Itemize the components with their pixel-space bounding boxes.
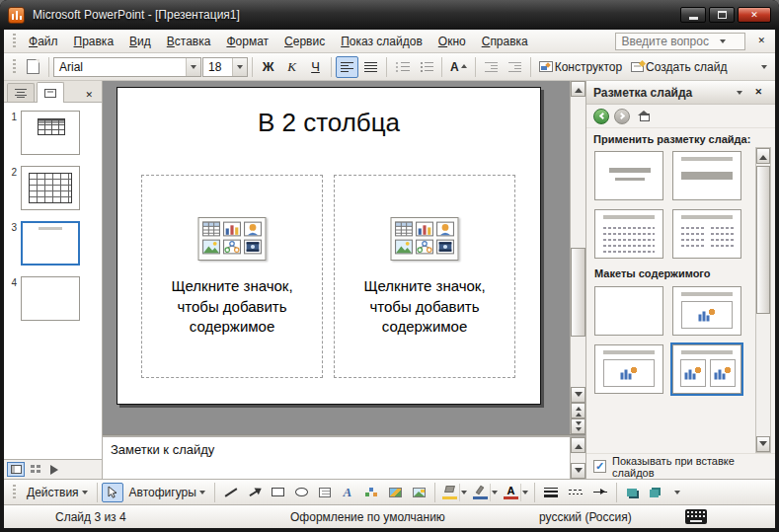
- next-slide-button[interactable]: [571, 418, 585, 434]
- back-button[interactable]: [593, 109, 609, 124]
- line-button[interactable]: [219, 483, 243, 502]
- slide-design-button[interactable]: Конструктор: [535, 56, 626, 78]
- insert-picture-button[interactable]: [408, 483, 430, 502]
- notes-placeholder[interactable]: Заметки к слайду: [103, 437, 570, 479]
- layout-content[interactable]: [672, 286, 741, 336]
- slides-panel-close-button[interactable]: ✕: [81, 89, 97, 102]
- insert-table-icon[interactable]: [202, 221, 221, 237]
- toolbar-options-button[interactable]: [757, 56, 771, 78]
- pane-scroll-up-button[interactable]: [756, 148, 770, 164]
- new-slide-button[interactable]: Создать слайд: [627, 56, 731, 78]
- slide-canvas[interactable]: В 2 столбца Щелкните зн: [103, 81, 585, 434]
- insert-media-icon[interactable]: [436, 239, 455, 255]
- fill-color-button[interactable]: [439, 483, 469, 502]
- notes-scrollbar[interactable]: [570, 437, 585, 479]
- scroll-thumb[interactable]: [571, 248, 585, 337]
- dash-style-button[interactable]: [564, 483, 587, 502]
- insert-chart-icon[interactable]: [223, 221, 242, 237]
- task-pane-close-button[interactable]: ✕: [750, 86, 766, 99]
- select-objects-button[interactable]: [102, 483, 123, 502]
- task-pane-scrollbar[interactable]: [755, 147, 771, 453]
- menu-tools[interactable]: Сервис: [276, 31, 333, 52]
- layout-title-content[interactable]: [594, 344, 663, 394]
- close-button[interactable]: ✕: [738, 7, 771, 23]
- menu-file[interactable]: Файл: [21, 31, 66, 52]
- new-presentation-button[interactable]: [22, 56, 44, 78]
- arrow-style-button[interactable]: [588, 483, 612, 502]
- bullet-list-button[interactable]: [415, 56, 437, 78]
- forward-button[interactable]: [614, 109, 630, 124]
- content-placeholder-left[interactable]: Щелкните значок, чтобы добавить содержим…: [141, 175, 323, 378]
- menubar-close-button[interactable]: ✕: [753, 35, 769, 47]
- notes-pane[interactable]: Заметки к слайду: [103, 437, 585, 479]
- align-left-button[interactable]: [336, 56, 358, 78]
- tab-outline[interactable]: [7, 83, 35, 102]
- font-size-dropdown[interactable]: [232, 58, 247, 76]
- insert-diagram-icon[interactable]: [416, 239, 434, 255]
- previous-slide-button[interactable]: [571, 403, 585, 418]
- insert-picture-icon[interactable]: [395, 239, 414, 255]
- layout-title-two-content-selected[interactable]: [672, 344, 741, 394]
- powerpoint-app-icon[interactable]: [8, 7, 25, 24]
- slide-thumbnail-row-3-selected[interactable]: 3: [6, 221, 98, 266]
- drawing-toolbar-options-button[interactable]: [670, 482, 684, 503]
- slide-thumbnail-3[interactable]: [21, 221, 80, 266]
- tab-slides[interactable]: [37, 82, 64, 103]
- oval-button[interactable]: [290, 483, 313, 502]
- fill-color-dropdown[interactable]: [459, 484, 468, 501]
- menu-format[interactable]: Формат: [218, 31, 276, 52]
- insert-clipart-icon[interactable]: [244, 221, 263, 237]
- font-name-dropdown[interactable]: [186, 58, 200, 76]
- bold-button[interactable]: Ж: [257, 56, 279, 78]
- font-size-combo[interactable]: 18: [202, 57, 248, 77]
- notes-scroll-up-button[interactable]: [571, 437, 585, 453]
- font-color-button[interactable]: А: [501, 483, 530, 502]
- layout-title-slide[interactable]: [594, 151, 663, 200]
- line-color-button[interactable]: [470, 483, 500, 502]
- layout-title-two-column-text[interactable]: [672, 209, 741, 259]
- minimize-button[interactable]: [680, 7, 706, 23]
- pane-scroll-thumb[interactable]: [756, 166, 770, 314]
- draw-actions-button[interactable]: Действия: [22, 483, 93, 502]
- layout-blank[interactable]: [594, 286, 663, 336]
- maximize-button[interactable]: [709, 7, 735, 23]
- normal-view-button[interactable]: [7, 462, 25, 477]
- menu-window[interactable]: Окно: [430, 31, 474, 52]
- task-pane-header[interactable]: Разметка слайда ✕: [586, 81, 775, 105]
- insert-diagram-button[interactable]: [359, 483, 383, 502]
- status-language[interactable]: русский (Россия): [539, 510, 685, 524]
- menu-view[interactable]: Вид: [121, 31, 159, 52]
- insert-table-icon[interactable]: [395, 221, 414, 237]
- increase-font-button[interactable]: А: [446, 56, 471, 78]
- task-pane-dropdown-icon[interactable]: [737, 91, 742, 98]
- toolbar-grip[interactable]: [13, 59, 16, 75]
- notes-scroll-down-button[interactable]: [571, 463, 585, 479]
- align-justify-button[interactable]: [359, 56, 382, 78]
- decrease-indent-button[interactable]: [480, 56, 503, 78]
- textbox-button[interactable]: [314, 483, 336, 502]
- slide-thumbnail-row-4[interactable]: 4: [6, 276, 98, 321]
- pane-scroll-track[interactable]: [756, 164, 770, 436]
- show-on-insert-checkbox[interactable]: ✓: [593, 460, 606, 473]
- insert-chart-icon[interactable]: [416, 221, 434, 237]
- increase-indent-button[interactable]: [504, 56, 526, 78]
- ask-question-box[interactable]: [615, 33, 745, 50]
- slide-vertical-scrollbar[interactable]: [570, 81, 585, 434]
- menu-help[interactable]: Справка: [474, 31, 536, 52]
- threed-style-button[interactable]: [644, 483, 665, 502]
- insert-picture-icon[interactable]: [202, 239, 221, 255]
- italic-button[interactable]: К: [280, 56, 303, 78]
- slide-sorter-view-button[interactable]: [27, 462, 44, 477]
- ask-question-input[interactable]: [621, 35, 720, 48]
- scroll-up-button[interactable]: [571, 81, 585, 97]
- keyboard-language-icon[interactable]: [685, 509, 707, 524]
- insert-diagram-icon[interactable]: [223, 239, 242, 255]
- shadow-style-button[interactable]: [621, 483, 643, 502]
- slide-thumbnail-4[interactable]: [21, 276, 80, 321]
- question-dropdown-icon[interactable]: [720, 39, 726, 46]
- font-name-combo[interactable]: Arial: [53, 57, 201, 77]
- line-color-dropdown[interactable]: [490, 484, 499, 501]
- arrow-button[interactable]: [244, 483, 266, 502]
- autoshapes-button[interactable]: Автофигуры: [124, 483, 210, 502]
- slide-thumbnail-2[interactable]: [21, 166, 80, 210]
